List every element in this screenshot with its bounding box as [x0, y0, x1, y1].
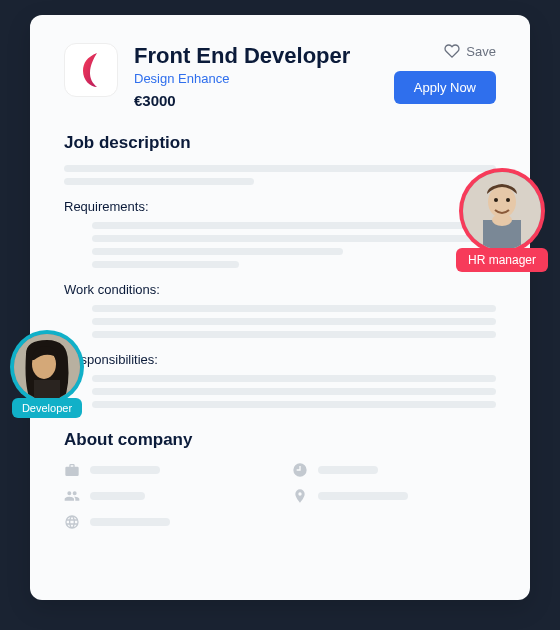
text-placeholder — [92, 248, 343, 255]
job-title: Front End Developer — [134, 43, 378, 69]
text-placeholder — [64, 178, 254, 185]
about-item-size — [64, 488, 268, 504]
dev-avatar-bubble: Developer — [10, 330, 84, 418]
text-placeholder — [318, 466, 378, 474]
description-heading: Job description — [64, 133, 496, 153]
text-placeholder — [92, 235, 496, 242]
text-placeholder — [90, 518, 170, 526]
hr-avatar — [463, 172, 541, 250]
save-button[interactable]: Save — [444, 43, 496, 59]
text-placeholder — [92, 401, 496, 408]
job-card: Front End Developer Design Enhance €3000… — [30, 15, 530, 600]
about-item-website — [64, 514, 268, 530]
title-block: Front End Developer Design Enhance €3000 — [134, 43, 378, 109]
company-logo — [64, 43, 118, 97]
work-conditions-heading: Work conditions: — [64, 282, 496, 297]
dev-avatar — [14, 334, 80, 400]
text-placeholder — [92, 318, 496, 325]
text-placeholder — [92, 388, 496, 395]
company-name[interactable]: Design Enhance — [134, 71, 378, 86]
header-actions: Save Apply Now — [394, 43, 496, 104]
text-placeholder — [64, 165, 496, 172]
responsibilities-heading: Responsibilities: — [64, 352, 496, 367]
requirements-heading: Requirements: — [64, 199, 496, 214]
hr-avatar-bubble: HR manager — [456, 168, 548, 272]
svg-point-4 — [494, 198, 498, 202]
svg-point-3 — [492, 214, 512, 226]
about-item-hours — [292, 462, 496, 478]
about-heading: About company — [64, 430, 496, 450]
job-header: Front End Developer Design Enhance €3000… — [64, 43, 496, 109]
hr-badge: HR manager — [456, 248, 548, 272]
avatar-ring — [459, 168, 545, 254]
about-grid — [64, 462, 496, 530]
about-section: About company — [64, 430, 496, 530]
apply-button[interactable]: Apply Now — [394, 71, 496, 104]
svg-rect-8 — [34, 380, 60, 400]
text-placeholder — [90, 466, 160, 474]
globe-icon — [64, 514, 80, 530]
clock-icon — [292, 462, 308, 478]
salary: €3000 — [134, 92, 378, 109]
avatar-ring — [10, 330, 84, 404]
briefcase-icon — [64, 462, 80, 478]
text-placeholder — [92, 305, 496, 312]
text-placeholder — [90, 492, 145, 500]
users-icon — [64, 488, 80, 504]
text-placeholder — [92, 331, 496, 338]
about-item-location — [292, 488, 496, 504]
svg-point-5 — [506, 198, 510, 202]
save-label: Save — [466, 44, 496, 59]
dev-badge: Developer — [12, 398, 82, 418]
logo-icon — [77, 53, 105, 87]
about-item-industry — [64, 462, 268, 478]
pin-icon — [292, 488, 308, 504]
heart-icon — [444, 43, 460, 59]
text-placeholder — [92, 375, 496, 382]
text-placeholder — [92, 222, 496, 229]
text-placeholder — [318, 492, 408, 500]
text-placeholder — [92, 261, 239, 268]
